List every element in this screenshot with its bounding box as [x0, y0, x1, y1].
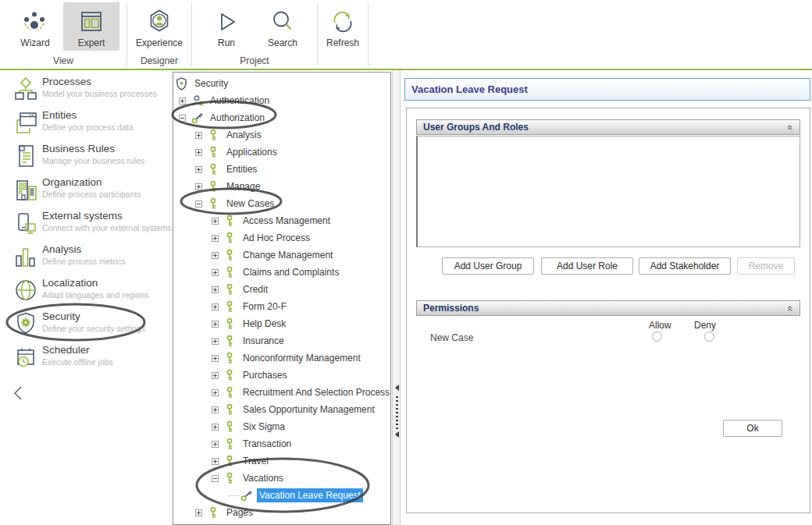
- tree-item-ad-hoc-process[interactable]: Ad Hoc Process: [173, 229, 390, 247]
- tree-item-label[interactable]: Change Management: [240, 248, 335, 262]
- sidebar-item-external-systems[interactable]: External systems Connect with your exter…: [0, 208, 170, 241]
- tree-item-recruitment-and-selection-process[interactable]: Recruitment And Selection Process: [173, 384, 390, 401]
- tree-item-label[interactable]: New Cases: [224, 197, 276, 211]
- tree-item-label[interactable]: Ad Hoc Process: [240, 231, 312, 245]
- tree-item-label[interactable]: Analysis: [224, 128, 264, 142]
- tree-item-nonconformity-management[interactable]: Nonconformity Management: [173, 349, 390, 367]
- tree-item-authorization[interactable]: Authorization: [173, 109, 390, 126]
- deny-radio[interactable]: [704, 332, 714, 342]
- tree-item-new-cases[interactable]: New Cases: [173, 195, 390, 212]
- tree-item-claims-and-complaints[interactable]: Claims and Complaints: [173, 264, 390, 281]
- wizard-button[interactable]: Wizard: [7, 2, 63, 51]
- tree-expand-plus-icon[interactable]: [212, 235, 219, 242]
- tree-item-label[interactable]: Nonconformity Management: [240, 351, 363, 365]
- tree-item-label[interactable]: Entities: [224, 162, 259, 176]
- tree-item-label[interactable]: Pages: [224, 505, 255, 520]
- tree-item-purchases[interactable]: Purchases: [173, 367, 390, 384]
- tree-expand-plus-icon[interactable]: [212, 389, 219, 396]
- sidebar-item-security[interactable]: Security Define your security settings: [0, 308, 170, 342]
- tree-item-label[interactable]: Sales Opportunity Management: [240, 403, 377, 417]
- tree-item-insurance[interactable]: Insurance: [173, 332, 390, 349]
- tree-item-label[interactable]: Transaction: [240, 437, 294, 451]
- tree-item-help-desk[interactable]: Help Desk: [173, 315, 390, 332]
- splitter-collapse-icon[interactable]: [395, 385, 399, 391]
- tree-item-security[interactable]: Security: [173, 75, 390, 92]
- tree-item-label[interactable]: Recruitment And Selection Process: [240, 385, 391, 399]
- tree-item-credit[interactable]: Credit: [173, 281, 390, 298]
- tree-expand-plus-icon[interactable]: [212, 441, 219, 448]
- tree-expand-plus-icon[interactable]: [212, 355, 219, 362]
- tree-item-label[interactable]: Form 20-F: [240, 300, 289, 314]
- search-button[interactable]: Search: [255, 2, 311, 51]
- tree-item-label[interactable]: Security: [192, 76, 230, 90]
- collapse-section-chevron-icon[interactable]: «: [785, 124, 796, 129]
- tree-collapse-minus-icon[interactable]: [195, 200, 202, 208]
- expert-button[interactable]: Expert: [63, 2, 119, 51]
- tree-item-transaction[interactable]: Transaction: [173, 435, 390, 452]
- experience-button[interactable]: Experience: [128, 2, 191, 51]
- tree-item-access-management[interactable]: Access Management: [173, 212, 390, 229]
- tree-item-label[interactable]: Access Management: [240, 214, 333, 228]
- tree-expand-plus-icon[interactable]: [212, 286, 219, 293]
- panel-splitter[interactable]: [392, 70, 401, 525]
- tree-item-label[interactable]: Authentication: [208, 94, 272, 108]
- splitter-collapse-icon[interactable]: [395, 431, 399, 438]
- sidebar-item-entities[interactable]: Entities Define your process data: [0, 107, 170, 140]
- tree-item-label[interactable]: Vacation Leave Request: [257, 488, 363, 502]
- tree-item-analysis[interactable]: Analysis: [173, 126, 390, 144]
- add-stakeholder-button[interactable]: Add Stakeholder: [639, 257, 731, 275]
- tree-item-policies[interactable]: Policies: [173, 521, 390, 525]
- sidebar-item-scheduler[interactable]: Scheduler Execute offline jobs: [0, 342, 170, 375]
- tree-expand-plus-icon[interactable]: [212, 424, 219, 431]
- tree-item-label[interactable]: Help Desk: [240, 317, 288, 331]
- remove-button[interactable]: Remove: [737, 257, 795, 275]
- tree-expand-plus-icon[interactable]: [212, 303, 219, 310]
- tree-collapse-minus-icon[interactable]: [179, 115, 186, 122]
- tree-expand-plus-icon[interactable]: [212, 372, 219, 379]
- tree-item-label[interactable]: Insurance: [240, 334, 287, 348]
- tree-item-authentication[interactable]: Authentication: [173, 92, 390, 109]
- tree-item-pages[interactable]: Pages: [173, 504, 390, 521]
- ok-button[interactable]: Ok: [723, 420, 782, 437]
- tree-item-label[interactable]: Credit: [240, 282, 270, 296]
- tree-item-label[interactable]: Travel: [240, 454, 271, 468]
- tree-expand-plus-icon[interactable]: [195, 166, 202, 173]
- tree-item-manage[interactable]: Manage: [173, 178, 390, 195]
- tree-item-vacation-leave-request[interactable]: Vacation Leave Request: [173, 487, 390, 504]
- tree-item-six-sigma[interactable]: Six Sigma: [173, 418, 390, 435]
- tree-expand-plus-icon[interactable]: [212, 218, 219, 225]
- tree-expand-plus-icon[interactable]: [195, 509, 202, 516]
- tree-expand-plus-icon[interactable]: [195, 149, 202, 156]
- tree-item-label[interactable]: Claims and Complaints: [240, 265, 341, 279]
- tree-expand-plus-icon[interactable]: [212, 338, 219, 345]
- user-groups-section-header[interactable]: User Groups And Roles «: [416, 119, 800, 135]
- tree-expand-plus-icon[interactable]: [212, 252, 219, 259]
- tree-item-vacations[interactable]: Vacations: [173, 470, 390, 487]
- tree-expand-plus-icon[interactable]: [212, 458, 219, 465]
- tree-item-label[interactable]: Manage: [224, 179, 262, 193]
- tree-item-label[interactable]: Purchases: [240, 368, 290, 382]
- permissions-section-header[interactable]: Permissions «: [416, 300, 800, 316]
- user-groups-list[interactable]: [416, 136, 800, 247]
- run-button[interactable]: Run: [198, 2, 255, 51]
- tree-expand-plus-icon[interactable]: [212, 269, 219, 276]
- add-user-group-button[interactable]: Add User Group: [442, 257, 534, 275]
- tree-item-change-management[interactable]: Change Management: [173, 247, 390, 264]
- tree-item-label[interactable]: Authorization: [208, 111, 267, 125]
- sidebar-item-business-rules[interactable]: Business Rules Manage your business rule…: [0, 140, 170, 174]
- tree-item-travel[interactable]: Travel: [173, 452, 390, 470]
- tree-expand-plus-icon[interactable]: [212, 321, 219, 328]
- tree-expand-plus-icon[interactable]: [195, 132, 202, 139]
- tree-item-label[interactable]: Applications: [224, 145, 280, 159]
- tree-item-sales-opportunity-management[interactable]: Sales Opportunity Management: [173, 401, 390, 418]
- sidebar-item-processes[interactable]: Processes Model your business processes: [0, 73, 170, 107]
- splitter-grip[interactable]: [396, 396, 398, 429]
- tree-expand-plus-icon[interactable]: [179, 98, 186, 105]
- sidebar-item-localization[interactable]: Localization Adapt languages and regions: [0, 275, 170, 308]
- collapse-section-chevron-icon[interactable]: «: [785, 305, 796, 310]
- tree-item-label[interactable]: Vacations: [240, 471, 286, 485]
- refresh-button[interactable]: Refresh: [319, 2, 366, 51]
- allow-radio[interactable]: [652, 332, 662, 342]
- tree-item-entities[interactable]: Entities: [173, 161, 390, 178]
- add-user-role-button[interactable]: Add User Role: [541, 257, 633, 275]
